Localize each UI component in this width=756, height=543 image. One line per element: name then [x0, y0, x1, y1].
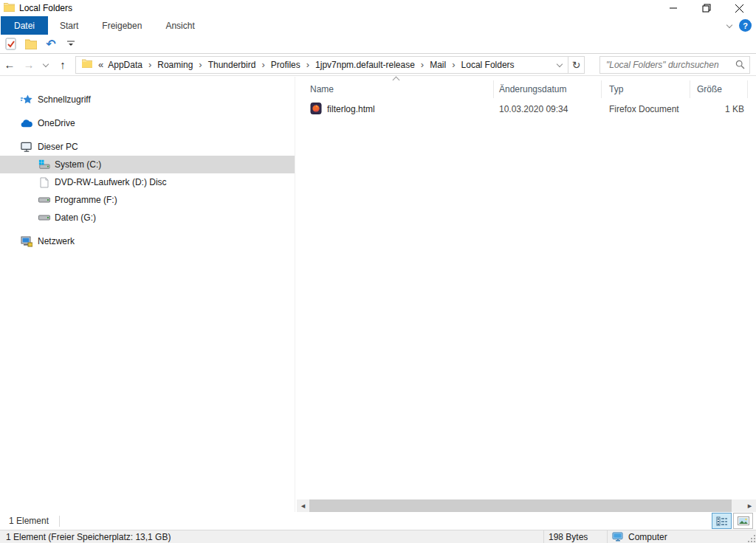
new-folder-button[interactable] [24, 37, 38, 52]
search-input[interactable] [600, 60, 730, 70]
breadcrumb-item[interactable]: Profiles [269, 58, 302, 72]
sidebar-item-system-c[interactable]: System (C:) [0, 156, 295, 173]
chevron-right-icon: › [194, 59, 206, 70]
refresh-button[interactable]: ↻ [568, 56, 584, 74]
drive-icon [38, 215, 50, 221]
classic-status-bar: 1 Element (Freier Speicherplatz: 13,1 GB… [0, 530, 756, 543]
breadcrumb: « AppData › Roaming › Thunderbird › Prof… [76, 58, 551, 72]
disc-document-icon [38, 177, 50, 188]
breadcrumb-item[interactable]: Roaming [156, 58, 194, 72]
restore-button[interactable] [690, 0, 723, 16]
undo-button[interactable]: ↶ [44, 37, 58, 52]
scrollbar-track[interactable] [732, 499, 743, 512]
minimize-button[interactable] [656, 0, 690, 16]
details-view-button[interactable] [712, 513, 732, 529]
firefox-document-icon [310, 103, 322, 117]
search-icon[interactable] [730, 60, 749, 69]
close-button[interactable] [723, 0, 756, 16]
sidebar-item-programme-f[interactable]: Programme (F:) [0, 191, 295, 209]
properties-button[interactable] [4, 37, 18, 52]
resize-grip[interactable] [743, 530, 756, 543]
onedrive-cloud-icon [21, 120, 32, 128]
sidebar-item-label: System (C:) [55, 159, 101, 170]
item-count: 1 Element [0, 516, 49, 526]
chevron-right-icon: › [257, 59, 269, 70]
tab-start[interactable]: Start [48, 16, 90, 35]
content-area: Schnellzugriff OneDrive Dieser PC System… [0, 77, 756, 512]
customize-qat-button[interactable] [63, 37, 78, 52]
sidebar-item-dvd-drive[interactable]: DVD-RW-Laufwerk (D:) Disc [0, 173, 295, 191]
system-drive-icon [38, 159, 50, 170]
column-header-modified[interactable]: Änderungsdatum [494, 80, 602, 98]
computer-icon [21, 142, 32, 153]
address-dropdown-icon[interactable] [551, 60, 568, 70]
file-type: Firefox Document [602, 104, 690, 114]
sidebar-item-label: DVD-RW-Laufwerk (D:) Disc [55, 177, 167, 187]
tab-ansicht[interactable]: Ansicht [154, 16, 206, 35]
chevron-right-icon: › [447, 59, 459, 70]
quick-access-star-icon [21, 94, 32, 106]
file-row[interactable]: filterlog.html 10.03.2020 09:34 Firefox … [295, 101, 756, 117]
navigation-pane: Schnellzugriff OneDrive Dieser PC System… [0, 77, 295, 512]
size-status: 198 Bytes [543, 530, 607, 543]
ribbon-tabs: Datei Start Freigeben Ansicht ? [0, 16, 756, 35]
chevron-right-icon: › [144, 59, 156, 70]
sidebar-item-network[interactable]: Netzwerk [0, 232, 295, 250]
help-button[interactable]: ? [739, 19, 752, 32]
breadcrumb-item[interactable]: 1jpv7npm.default-release [314, 58, 416, 72]
file-modified: 10.03.2020 09:34 [494, 104, 602, 114]
file-pane: Name Änderungsdatum Typ Größe filterlog.… [295, 77, 756, 512]
sidebar-item-label: Programme (F:) [55, 195, 117, 205]
sidebar-item-onedrive[interactable]: OneDrive [0, 114, 295, 132]
tab-freigeben[interactable]: Freigeben [90, 16, 154, 35]
tab-datei[interactable]: Datei [1, 16, 48, 35]
computer-zone-icon [612, 532, 624, 542]
column-header-name[interactable]: Name [295, 80, 494, 98]
status-divider [59, 516, 60, 527]
network-icon [21, 236, 32, 247]
sidebar-item-label: OneDrive [38, 118, 75, 128]
breadcrumb-overflow[interactable]: « [94, 59, 106, 70]
forward-button[interactable]: → [19, 59, 38, 70]
up-button[interactable]: ↑ [53, 59, 72, 70]
sidebar-item-daten-g[interactable]: Daten (G:) [0, 209, 295, 226]
navigation-bar: ← → ↑ « AppData › Roaming › Thunderbird … [0, 54, 756, 76]
breadcrumb-item[interactable]: AppData [106, 58, 144, 72]
scrollbar-thumb[interactable] [309, 499, 732, 512]
sidebar-item-label: Dieser PC [38, 142, 78, 152]
sidebar-item-quick-access[interactable]: Schnellzugriff [0, 91, 295, 108]
sidebar-item-label: Schnellzugriff [38, 94, 91, 105]
horizontal-scrollbar[interactable]: ◂ ▸ [297, 499, 756, 512]
column-header-size[interactable]: Größe [690, 80, 748, 98]
breadcrumb-item[interactable]: Local Folders [460, 58, 516, 72]
drive-icon [38, 197, 50, 203]
sidebar-item-label: Daten (G:) [55, 212, 96, 223]
address-bar[interactable]: « AppData › Roaming › Thunderbird › Prof… [75, 56, 585, 74]
column-header-type[interactable]: Typ [602, 80, 690, 98]
sidebar-item-this-pc[interactable]: Dieser PC [0, 138, 295, 156]
breadcrumb-item[interactable]: Mail [428, 58, 447, 72]
recent-locations-icon[interactable] [38, 60, 53, 70]
zone-label: Computer [628, 532, 667, 542]
column-headers: Name Änderungsdatum Typ Größe [295, 80, 756, 98]
zone-status: Computer [607, 530, 743, 543]
scroll-left-icon[interactable]: ◂ [297, 499, 309, 512]
back-button[interactable]: ← [0, 59, 19, 70]
chevron-right-icon: › [416, 59, 428, 70]
scroll-right-icon[interactable]: ▸ [743, 499, 756, 512]
titlebar: Local Folders [0, 0, 756, 16]
sidebar-item-label: Netzwerk [38, 236, 75, 246]
address-folder-icon [82, 59, 92, 70]
expand-ribbon-icon[interactable] [726, 21, 732, 27]
folder-icon [4, 2, 15, 14]
breadcrumb-item[interactable]: Thunderbird [207, 58, 258, 72]
search-box[interactable] [599, 56, 750, 74]
file-name: filterlog.html [327, 104, 375, 114]
window-title: Local Folders [19, 3, 656, 13]
classic-status-text: 1 Element (Freier Speicherplatz: 13,1 GB… [0, 532, 543, 542]
status-bar: 1 Element [0, 512, 756, 530]
chevron-right-icon: › [302, 59, 314, 70]
quick-access-toolbar: ↶ [0, 35, 756, 54]
file-size: 1 KB [690, 104, 748, 114]
thumbnail-view-button[interactable] [733, 513, 753, 529]
